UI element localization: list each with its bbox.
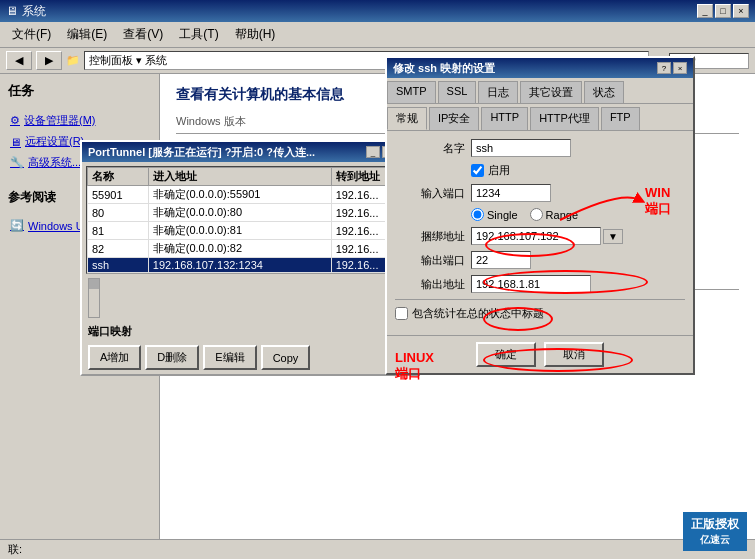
ssh-dialog-title: 修改 ssh 映射的设置 <box>393 61 495 76</box>
output-addr-label: 输出地址 <box>395 277 465 292</box>
address-label: 📁 <box>66 54 80 67</box>
bind-addr-row: 捆绑地址 ▼ <box>395 227 685 245</box>
cancel-button[interactable]: 取消 <box>544 342 604 367</box>
title-bar: 🖥 系统 _ □ × <box>0 0 755 22</box>
copy-button[interactable]: Copy <box>261 345 311 370</box>
tab-status[interactable]: 状态 <box>584 81 624 103</box>
col-header-incoming: 进入地址 <box>148 168 331 186</box>
menu-bar: 文件(F) 编辑(E) 查看(V) 工具(T) 帮助(H) <box>0 22 755 48</box>
table-row[interactable]: 81非确定(0.0.0.0):81192.16... <box>88 222 413 240</box>
delete-button[interactable]: D删除 <box>145 345 199 370</box>
radio-single-input[interactable] <box>471 208 484 221</box>
ssh-help-button[interactable]: ? <box>657 62 671 74</box>
ssh-tab-strip-2: 常规 IP安全 HTTP HTTP代理 FTP <box>387 104 693 131</box>
edit-button[interactable]: E编辑 <box>203 345 256 370</box>
enable-checkbox-row: 启用 <box>395 163 685 178</box>
back-button[interactable]: ◀ <box>6 51 32 70</box>
port-tunnel-table-container: 名称 进入地址 转到地址 55901非确定(0.0.0.0):55901192.… <box>86 166 414 274</box>
enable-label-text: 启用 <box>488 163 510 178</box>
table-row[interactable]: 55901非确定(0.0.0.0):55901192.16... <box>88 186 413 204</box>
output-port-label: 输出端口 <box>395 253 465 268</box>
port-tunnel-section-label: 端口映射 <box>82 322 418 341</box>
sidebar-item-label-1: 设备管理器(M) <box>24 113 96 128</box>
ssh-settings-dialog: 修改 ssh 映射的设置 ? × SMTP SSL 日志 其它设置 状态 常规 … <box>385 56 695 375</box>
enable-checkbox[interactable] <box>471 164 484 177</box>
bind-addr-input[interactable] <box>471 227 601 245</box>
tab-general[interactable]: 常规 <box>387 107 427 130</box>
windows-update-icon: 🔄 <box>10 219 24 232</box>
tab-ip-security[interactable]: IP安全 <box>429 107 479 130</box>
menu-file[interactable]: 文件(F) <box>6 24 57 45</box>
ssh-dialog-controls[interactable]: ? × <box>657 62 687 74</box>
name-field-row: 名字 <box>395 139 685 157</box>
bind-addr-container: ▼ <box>471 227 623 245</box>
menu-help[interactable]: 帮助(H) <box>229 24 282 45</box>
radio-single[interactable]: Single <box>471 208 518 221</box>
minimize-button[interactable]: _ <box>697 4 713 18</box>
radio-range-input[interactable] <box>530 208 543 221</box>
radio-single-label: Single <box>487 209 518 221</box>
table-row[interactable]: ssh192.168.107.132:1234192.16... <box>88 258 413 273</box>
menu-edit[interactable]: 编辑(E) <box>61 24 113 45</box>
include-stats-checkbox[interactable] <box>395 307 408 320</box>
ssh-close-button[interactable]: × <box>673 62 687 74</box>
output-addr-row: 输出地址 <box>395 275 685 293</box>
col-header-name: 名称 <box>88 168 149 186</box>
radio-row: Single Range <box>471 208 685 221</box>
window-controls[interactable]: _ □ × <box>697 4 749 18</box>
window-title: 系统 <box>22 3 46 20</box>
tab-ssl[interactable]: SSL <box>438 81 477 103</box>
ssh-title-bar: 修改 ssh 映射的设置 ? × <box>387 58 693 78</box>
name-label: 名字 <box>395 141 465 156</box>
remote-icon: 🖥 <box>10 136 21 148</box>
name-input[interactable] <box>471 139 571 157</box>
include-stats-text: 包含统计在总的状态中标题 <box>412 306 544 321</box>
input-port-label: 输入端口 <box>395 186 465 201</box>
port-tunnel-window: PortTunnel [服务正在运行] ?开启:0 ?传入连... _ □ × … <box>80 140 420 376</box>
forward-button[interactable]: ▶ <box>36 51 62 70</box>
port-tunnel-table: 名称 进入地址 转到地址 55901非确定(0.0.0.0):55901192.… <box>87 167 413 273</box>
sidebar-item-label-3: 高级系统... <box>28 155 81 170</box>
ok-button[interactable]: 确定 <box>476 342 536 367</box>
output-port-row: 输出端口 <box>395 251 685 269</box>
tab-http-proxy[interactable]: HTTP代理 <box>530 107 599 130</box>
port-tunnel-buttons: A增加 D删除 E编辑 Copy <box>82 341 418 374</box>
input-port-input[interactable] <box>471 184 551 202</box>
close-button[interactable]: × <box>733 4 749 18</box>
output-port-input[interactable] <box>471 251 531 269</box>
status-left: 联: <box>8 542 22 557</box>
radio-range[interactable]: Range <box>530 208 578 221</box>
enable-label[interactable]: 启用 <box>471 163 510 178</box>
watermark-line1: 正版授权 <box>691 516 739 533</box>
tab-http[interactable]: HTTP <box>481 107 528 130</box>
radio-range-label: Range <box>546 209 578 221</box>
menu-tools[interactable]: 工具(T) <box>173 24 224 45</box>
port-tunnel-title-bar: PortTunnel [服务正在运行] ?开启:0 ?传入连... _ □ × <box>82 142 418 162</box>
menu-view[interactable]: 查看(V) <box>117 24 169 45</box>
tab-ftp[interactable]: FTP <box>601 107 640 130</box>
ssh-dialog-content: 名字 启用 输入端口 Single Range <box>387 131 693 335</box>
ssh-tab-strip-1: SMTP SSL 日志 其它设置 状态 <box>387 78 693 104</box>
input-port-row: 输入端口 <box>395 184 685 202</box>
bind-addr-label: 捆绑地址 <box>395 229 465 244</box>
table-row[interactable]: 80非确定(0.0.0.0):80192.16... <box>88 204 413 222</box>
dialog-buttons: 确定 取消 <box>387 335 693 373</box>
maximize-button[interactable]: □ <box>715 4 731 18</box>
output-addr-input[interactable] <box>471 275 591 293</box>
title-icon: 🖥 <box>6 4 18 18</box>
watermark-line2: 亿速云 <box>691 533 739 547</box>
table-row[interactable]: 82非确定(0.0.0.0):82192.16... <box>88 240 413 258</box>
add-button[interactable]: A增加 <box>88 345 141 370</box>
bind-addr-dropdown[interactable]: ▼ <box>603 229 623 244</box>
tab-log[interactable]: 日志 <box>478 81 518 103</box>
include-stats-label[interactable]: 包含统计在总的状态中标题 <box>395 306 544 321</box>
sidebar-item-device-manager[interactable]: ⚙ 设备管理器(M) <box>8 110 151 131</box>
windows-version-label: Windows 版本 <box>176 115 246 127</box>
status-bar: 联: <box>0 539 755 559</box>
pt-minimize-button[interactable]: _ <box>366 146 380 158</box>
tab-other-settings[interactable]: 其它设置 <box>520 81 582 103</box>
device-manager-icon: ⚙ <box>10 114 20 127</box>
scrollbar-indicator[interactable] <box>88 278 412 318</box>
watermark: 正版授权 亿速云 <box>683 512 747 551</box>
tab-smtp[interactable]: SMTP <box>387 81 436 103</box>
